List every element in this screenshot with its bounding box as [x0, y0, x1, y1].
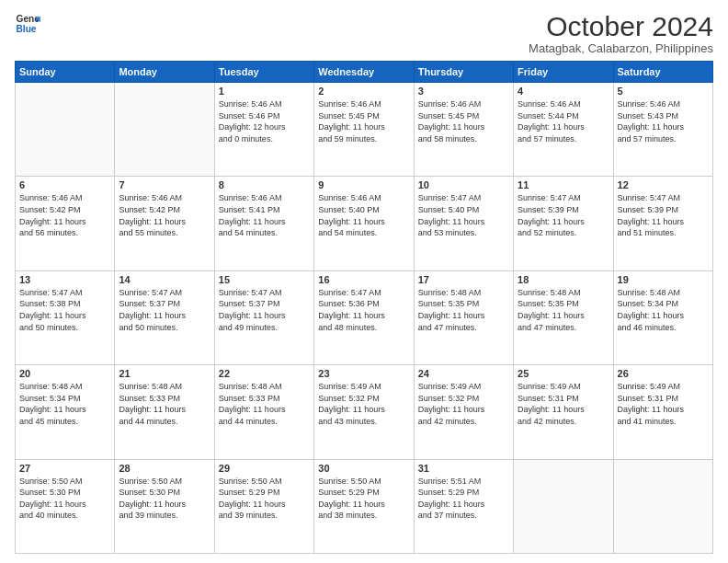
day-number: 2 [318, 86, 409, 97]
table-row: 24Sunrise: 5:49 AM Sunset: 5:32 PM Dayli… [414, 365, 513, 459]
day-number: 16 [318, 274, 409, 285]
table-row: 19Sunrise: 5:48 AM Sunset: 5:34 PM Dayli… [613, 270, 712, 364]
header-monday: Monday [115, 62, 214, 83]
day-info: Sunrise: 5:46 AM Sunset: 5:45 PM Dayligh… [418, 98, 509, 144]
table-row: 2Sunrise: 5:46 AM Sunset: 5:45 PM Daylig… [314, 83, 414, 177]
day-number: 30 [318, 463, 409, 474]
day-number: 23 [318, 368, 409, 379]
day-number: 9 [318, 179, 409, 190]
table-row: 28Sunrise: 5:50 AM Sunset: 5:30 PM Dayli… [115, 459, 214, 553]
table-row: 12Sunrise: 5:47 AM Sunset: 5:39 PM Dayli… [613, 177, 712, 270]
table-row: 9Sunrise: 5:46 AM Sunset: 5:40 PM Daylig… [314, 177, 414, 270]
header-sunday: Sunday [16, 62, 115, 83]
logo: General Blue [15, 11, 40, 37]
table-row: 27Sunrise: 5:50 AM Sunset: 5:30 PM Dayli… [16, 459, 115, 553]
day-info: Sunrise: 5:46 AM Sunset: 5:40 PM Dayligh… [318, 192, 409, 238]
table-row: 5Sunrise: 5:46 AM Sunset: 5:43 PM Daylig… [613, 83, 712, 177]
day-info: Sunrise: 5:46 AM Sunset: 5:42 PM Dayligh… [19, 192, 110, 238]
day-info: Sunrise: 5:46 AM Sunset: 5:43 PM Dayligh… [618, 98, 709, 144]
day-number: 4 [518, 86, 609, 97]
day-info: Sunrise: 5:49 AM Sunset: 5:31 PM Dayligh… [518, 381, 609, 427]
table-row: 10Sunrise: 5:47 AM Sunset: 5:40 PM Dayli… [414, 177, 513, 270]
table-row: 29Sunrise: 5:50 AM Sunset: 5:29 PM Dayli… [214, 459, 313, 553]
calendar-week-row: 1Sunrise: 5:46 AM Sunset: 5:46 PM Daylig… [16, 83, 713, 177]
table-row [514, 459, 613, 553]
table-row: 16Sunrise: 5:47 AM Sunset: 5:36 PM Dayli… [314, 270, 414, 364]
day-info: Sunrise: 5:46 AM Sunset: 5:45 PM Dayligh… [318, 98, 409, 144]
header-friday: Friday [514, 62, 613, 83]
day-info: Sunrise: 5:48 AM Sunset: 5:34 PM Dayligh… [618, 287, 709, 333]
table-row: 17Sunrise: 5:48 AM Sunset: 5:35 PM Dayli… [414, 270, 513, 364]
table-row: 4Sunrise: 5:46 AM Sunset: 5:44 PM Daylig… [514, 83, 613, 177]
svg-text:Blue: Blue [17, 24, 37, 34]
day-number: 3 [418, 86, 509, 97]
day-number: 21 [119, 368, 210, 379]
day-number: 5 [618, 86, 709, 97]
table-row [613, 459, 712, 553]
calendar-week-row: 13Sunrise: 5:47 AM Sunset: 5:38 PM Dayli… [16, 270, 713, 364]
day-number: 13 [19, 274, 110, 285]
day-info: Sunrise: 5:51 AM Sunset: 5:29 PM Dayligh… [418, 476, 509, 522]
header-tuesday: Tuesday [214, 62, 313, 83]
header-wednesday: Wednesday [314, 62, 414, 83]
day-number: 17 [418, 274, 509, 285]
table-row: 1Sunrise: 5:46 AM Sunset: 5:46 PM Daylig… [214, 83, 313, 177]
header: General Blue October 2024 Matagbak, Cala… [15, 11, 713, 55]
day-number: 8 [219, 179, 310, 190]
day-number: 29 [219, 463, 310, 474]
day-info: Sunrise: 5:46 AM Sunset: 5:41 PM Dayligh… [219, 192, 310, 238]
day-info: Sunrise: 5:48 AM Sunset: 5:33 PM Dayligh… [219, 381, 310, 427]
day-info: Sunrise: 5:47 AM Sunset: 5:38 PM Dayligh… [19, 287, 110, 333]
day-number: 26 [618, 368, 709, 379]
table-row: 6Sunrise: 5:46 AM Sunset: 5:42 PM Daylig… [16, 177, 115, 270]
day-number: 22 [219, 368, 310, 379]
table-row: 30Sunrise: 5:50 AM Sunset: 5:29 PM Dayli… [314, 459, 414, 553]
day-info: Sunrise: 5:49 AM Sunset: 5:32 PM Dayligh… [418, 381, 509, 427]
day-info: Sunrise: 5:50 AM Sunset: 5:30 PM Dayligh… [119, 476, 210, 522]
main-title: October 2024 [529, 11, 713, 41]
calendar-table: Sunday Monday Tuesday Wednesday Thursday… [15, 61, 713, 554]
day-info: Sunrise: 5:50 AM Sunset: 5:29 PM Dayligh… [318, 476, 409, 522]
day-number: 1 [219, 86, 310, 97]
table-row: 15Sunrise: 5:47 AM Sunset: 5:37 PM Dayli… [214, 270, 313, 364]
logo-icon: General Blue [15, 11, 40, 37]
day-number: 19 [618, 274, 709, 285]
day-info: Sunrise: 5:46 AM Sunset: 5:46 PM Dayligh… [219, 98, 310, 144]
day-number: 28 [119, 463, 210, 474]
table-row: 25Sunrise: 5:49 AM Sunset: 5:31 PM Dayli… [514, 365, 613, 459]
day-info: Sunrise: 5:46 AM Sunset: 5:42 PM Dayligh… [119, 192, 210, 238]
table-row: 7Sunrise: 5:46 AM Sunset: 5:42 PM Daylig… [115, 177, 214, 270]
day-info: Sunrise: 5:48 AM Sunset: 5:33 PM Dayligh… [119, 381, 210, 427]
table-row: 23Sunrise: 5:49 AM Sunset: 5:32 PM Dayli… [314, 365, 414, 459]
table-row: 13Sunrise: 5:47 AM Sunset: 5:38 PM Dayli… [16, 270, 115, 364]
day-number: 20 [19, 368, 110, 379]
table-row: 14Sunrise: 5:47 AM Sunset: 5:37 PM Dayli… [115, 270, 214, 364]
day-info: Sunrise: 5:47 AM Sunset: 5:37 PM Dayligh… [219, 287, 310, 333]
table-row [115, 83, 214, 177]
day-number: 7 [119, 179, 210, 190]
table-row [16, 83, 115, 177]
day-number: 10 [418, 179, 509, 190]
table-row: 8Sunrise: 5:46 AM Sunset: 5:41 PM Daylig… [214, 177, 313, 270]
day-number: 12 [618, 179, 709, 190]
day-number: 24 [418, 368, 509, 379]
day-info: Sunrise: 5:48 AM Sunset: 5:35 PM Dayligh… [518, 287, 609, 333]
day-number: 14 [119, 274, 210, 285]
calendar-week-row: 27Sunrise: 5:50 AM Sunset: 5:30 PM Dayli… [16, 459, 713, 553]
day-info: Sunrise: 5:46 AM Sunset: 5:44 PM Dayligh… [518, 98, 609, 144]
calendar-header-row: Sunday Monday Tuesday Wednesday Thursday… [16, 62, 713, 83]
day-info: Sunrise: 5:50 AM Sunset: 5:29 PM Dayligh… [219, 476, 310, 522]
table-row: 11Sunrise: 5:47 AM Sunset: 5:39 PM Dayli… [514, 177, 613, 270]
day-info: Sunrise: 5:48 AM Sunset: 5:34 PM Dayligh… [19, 381, 110, 427]
day-info: Sunrise: 5:47 AM Sunset: 5:36 PM Dayligh… [318, 287, 409, 333]
day-number: 31 [418, 463, 509, 474]
table-row: 18Sunrise: 5:48 AM Sunset: 5:35 PM Dayli… [514, 270, 613, 364]
day-number: 18 [518, 274, 609, 285]
calendar-week-row: 20Sunrise: 5:48 AM Sunset: 5:34 PM Dayli… [16, 365, 713, 459]
day-info: Sunrise: 5:47 AM Sunset: 5:40 PM Dayligh… [418, 192, 509, 238]
day-number: 15 [219, 274, 310, 285]
table-row: 22Sunrise: 5:48 AM Sunset: 5:33 PM Dayli… [214, 365, 313, 459]
day-info: Sunrise: 5:49 AM Sunset: 5:31 PM Dayligh… [618, 381, 709, 427]
table-row: 20Sunrise: 5:48 AM Sunset: 5:34 PM Dayli… [16, 365, 115, 459]
table-row: 26Sunrise: 5:49 AM Sunset: 5:31 PM Dayli… [613, 365, 712, 459]
